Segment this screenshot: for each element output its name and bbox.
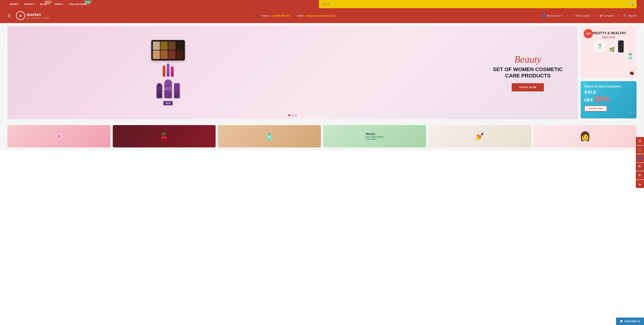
banner-products: 🫙 🌿 📱 [584, 40, 634, 52]
badge-hot: Hot! [45, 1, 52, 3]
product-thumb-6[interactable]: 👩 [534, 125, 636, 147]
separator-3: | [618, 13, 619, 18]
floating-menu-button[interactable]: ☰ [636, 137, 644, 145]
nav-home-label: HOME [10, 3, 17, 5]
hero-products-visual: MAKE UPREMOVER dUCk [11, 26, 325, 119]
plant-decor: 🌿 [607, 40, 616, 52]
wish-list-label: Wish List (0) [576, 14, 590, 17]
separator-2: | [594, 13, 595, 18]
phone-icon: 📞 [256, 14, 260, 17]
product-thumb-3[interactable]: 🧴 [218, 125, 321, 147]
nav-home-arrow: ▾ [18, 3, 19, 5]
nav-items: HOME ▾ PAGES ▾ BLOG ▾ Hot! SHOP ▾ COLLEC… [8, 0, 319, 8]
lipsticks-row [163, 63, 174, 76]
duck-brand: dUCk [163, 101, 172, 105]
hero-shop-now-button[interactable]: SHOP NOW [512, 83, 544, 91]
hotline-number[interactable]: (+1) 468 789 020 [271, 14, 290, 17]
floating-cart-button[interactable]: 🛒 [636, 146, 644, 150]
get-deal-button[interactable]: Get Deal Now [584, 106, 607, 111]
hotline-label: Hotline: [262, 14, 270, 17]
product-thumb-5[interactable]: 💅 [428, 125, 532, 147]
nav-shop-label: SHOP [54, 3, 62, 5]
off-label: OFF [584, 97, 593, 103]
product-thumb-3-bg: 🧴 [218, 125, 321, 147]
nav-blog[interactable]: BLOG ▾ Hot! [38, 0, 52, 8]
nav-collections-arrow: ▾ [88, 3, 89, 5]
product-thumb-4[interactable]: Murad. Now, Calm Comesin a Cream [323, 125, 426, 147]
logo-circle: e [16, 11, 25, 20]
nav-collections-label: COLLECTIONS [68, 3, 87, 5]
hotline-info: 📞 Hotline: (+1) 468 789 020 [256, 14, 290, 17]
compare-label: Compare [604, 14, 614, 17]
product-thumb-6-bg: 👩 [534, 125, 636, 147]
user-icon: 👤 [542, 13, 546, 18]
hero-title-line1: SET OF WOMEN COSMETIC [493, 66, 563, 72]
compare-button[interactable]: ⇄ Compare [600, 13, 614, 18]
nav-blog-arrow: ▾ [48, 3, 50, 5]
bottles-row: MAKE UPREMOVER [156, 79, 180, 98]
eyeshadow-palette [151, 40, 185, 60]
product-thumb-2[interactable]: 🍒 [113, 125, 216, 147]
nav-home[interactable]: HOME ▾ [8, 0, 22, 8]
search-input[interactable] [322, 0, 630, 8]
discount-badge: -50% [584, 29, 593, 38]
hamburger-button[interactable]: ☰ [8, 13, 11, 18]
cart-icon: 🛒 [623, 13, 628, 18]
product-thumb-2-bg: 🍒 [113, 125, 216, 147]
nav-collections[interactable]: COLLECTIONS ▾ New [66, 0, 91, 8]
coffee-bowl: 🫙 [584, 53, 634, 59]
my-account-label: My Account [547, 14, 560, 17]
hero-main-title: SET OF WOMEN COSMETIC CARE PRODUCTS [493, 66, 563, 79]
hero-carousel-dots [288, 114, 297, 116]
hero-banner: MAKE UPREMOVER dUCk Beauty SET OF WOMEN … [8, 26, 578, 119]
email-info: Email: info@opencartworks.com [297, 14, 335, 17]
bottom-product-row: 🌸 🍒 🧴 Murad. Now, Calm Comesin a Cream 💅… [0, 122, 644, 150]
separator-1: | [567, 13, 568, 18]
my-account-button[interactable]: 👤 My Account ▾ [542, 13, 562, 18]
header-actions: 👤 My Account ▾ | ♡ Wish List (0) | ⇄ Com… [542, 13, 636, 18]
cinnamon-decor: 🌰 [629, 70, 635, 76]
off-percent-row: OFF 30% [584, 95, 633, 103]
hero-title-line2: CARE PRODUCTS [505, 73, 550, 78]
plus-decor-top: ✦ [584, 83, 586, 86]
search-bar: 🔍 [319, 0, 636, 8]
wish-list-button[interactable]: ♡ Wish List (0) [572, 13, 590, 18]
hero-dot-1[interactable] [288, 114, 290, 116]
email-label: Email: [297, 14, 304, 17]
sale-text-row: SALE [584, 90, 633, 95]
compare-icon: ⇄ [600, 13, 602, 18]
offers-banner-title: Offers for New Customers [584, 85, 633, 88]
nav-pages-label: PAGES [24, 3, 33, 5]
plus-decor-bottom: + + + [628, 111, 634, 114]
get-deal-btn-wrap: Get Deal Now [584, 103, 633, 111]
account-dropdown-arrow: ▾ [561, 14, 562, 17]
my-cart-button[interactable]: 🛒 My cart [623, 13, 636, 18]
product-thumb-1[interactable]: 🌸 [8, 125, 110, 147]
product-thumb-4-bg: Murad. Now, Calm Comesin a Cream [323, 125, 426, 147]
hero-beauty-script: Beauty [493, 54, 563, 65]
sale-label: SALE [584, 90, 596, 95]
search-button[interactable]: 🔍 [630, 2, 634, 6]
product-item: 📱 [618, 40, 624, 52]
product-thumb-5-bg: 💅 [428, 125, 532, 147]
badge-new: New [84, 1, 91, 3]
nav-shop[interactable]: SHOP ▾ [52, 0, 66, 8]
nav-pages-arrow: ▾ [34, 3, 35, 5]
hero-text-content: Beauty SET OF WOMEN COSMETIC CARE PRODUC… [493, 54, 563, 91]
hero-dot-2[interactable] [292, 114, 294, 116]
header-contact-info: 📞 Hotline: (+1) 468 789 020 Email: info@… [53, 14, 538, 17]
email-address[interactable]: info@opencartworks.com [306, 14, 335, 17]
logo-text-group: market all in one store [26, 12, 50, 19]
my-cart-label: My cart [628, 14, 636, 17]
top-navigation: HOME ▾ PAGES ▾ BLOG ▾ Hot! SHOP ▾ COLLEC… [0, 0, 644, 8]
hero-dot-3[interactable] [295, 114, 297, 116]
nav-pages[interactable]: PAGES ▾ [22, 0, 37, 8]
logo-letter: e [20, 13, 22, 18]
nav-shop-arrow: ▾ [62, 3, 64, 5]
logo-tagline: all in one store [26, 17, 50, 19]
heart-icon: ♡ [572, 13, 575, 18]
offers-banner: ✦ Offers for New Customers SALE OFF 30% … [581, 81, 636, 118]
site-logo[interactable]: e market all in one store [16, 11, 50, 20]
floating-sidebar: ☰ 🛒 👤 🔍 👁 ▲ [636, 137, 644, 150]
sale-percent: 30% [594, 95, 610, 103]
